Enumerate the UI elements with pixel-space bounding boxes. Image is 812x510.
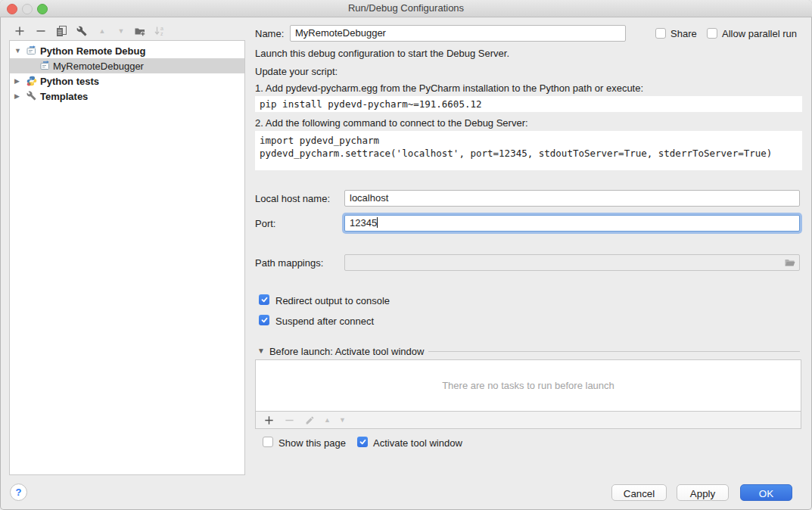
svg-text:z: z: [160, 31, 163, 36]
remove-task-button[interactable]: [283, 414, 295, 426]
help-button[interactable]: ?: [10, 484, 27, 501]
suspend-after-connect-label: Suspend after connect: [275, 316, 374, 327]
activate-tool-window-checkbox[interactable]: [357, 437, 368, 447]
local-host-name-label: Local host name:: [255, 193, 330, 204]
run-debug-configurations-dialog: Run/Debug Configurations ▲ ▼ a z: [0, 0, 812, 510]
minus-icon: [35, 25, 47, 37]
empty-task-list-message: There are no tasks to run before launch: [256, 360, 801, 412]
path-mappings-input[interactable]: [344, 254, 800, 271]
instruction-line-1: Launch this debug configuration to start…: [255, 48, 509, 59]
title-bar: Run/Debug Configurations: [0, 0, 812, 17]
tree-item-label: MyRemoteDebugger: [53, 61, 144, 72]
wrench-icon: [26, 91, 36, 103]
suspend-after-connect-checkbox[interactable]: [259, 315, 269, 325]
allow-parallel-run-label: Allow parallel run: [722, 28, 797, 39]
cancel-button[interactable]: Cancel: [611, 484, 667, 501]
show-this-page-checkbox[interactable]: [263, 437, 273, 447]
collapse-triangle-icon[interactable]: ▼: [257, 347, 265, 355]
instruction-step-2: 2. Add the following command to connect …: [255, 117, 528, 129]
window-title: Run/Debug Configurations: [0, 0, 812, 17]
instruction-step-1: 1. Add pydevd-pycharm.egg from the PyCha…: [255, 82, 643, 94]
python-tests-icon: [26, 76, 37, 89]
path-mappings-label: Path mappings:: [255, 257, 323, 269]
zoom-button[interactable]: [37, 4, 48, 14]
plus-icon: [263, 415, 275, 426]
tree-item-python-tests[interactable]: ▶ Python tests: [10, 73, 244, 89]
expanded-chevron-icon[interactable]: ▼: [14, 47, 21, 54]
question-mark-icon: ?: [16, 487, 22, 498]
text-cursor: [377, 217, 378, 228]
port-input[interactable]: 12345: [344, 215, 800, 232]
pip-install-code-snippet[interactable]: pip install pydevd-pycharm~=191.6605.12: [255, 96, 802, 112]
up-triangle-icon: ▲: [99, 28, 106, 35]
add-task-button[interactable]: [263, 414, 275, 426]
browse-path-mappings-button[interactable]: [784, 257, 796, 269]
tree-item-label: Python Remote Debug: [40, 45, 145, 57]
edit-defaults-button[interactable]: [76, 25, 88, 37]
remove-configuration-button[interactable]: [35, 25, 47, 37]
move-task-down-button[interactable]: ▼: [339, 417, 346, 424]
before-launch-task-list: There are no tasks to run before launch …: [255, 359, 801, 429]
instruction-line-2: Update your script:: [255, 66, 338, 77]
before-launch-section-header[interactable]: ▼ Before launch: Activate tool window: [257, 345, 800, 357]
port-label: Port:: [255, 218, 275, 229]
move-up-button[interactable]: ▲: [96, 25, 108, 37]
tree-item-label: Python tests: [40, 76, 99, 87]
svg-text:a: a: [160, 26, 163, 31]
apply-button[interactable]: Apply: [677, 484, 729, 501]
copy-icon: [55, 25, 67, 37]
ok-button[interactable]: OK: [740, 484, 792, 501]
move-task-up-button[interactable]: ▲: [324, 417, 331, 424]
section-divider-line: [428, 351, 800, 352]
edit-task-button[interactable]: [303, 414, 316, 426]
configurations-tree: ▼ Python Remote Debug MyRemoteDebugger ▶: [9, 40, 245, 475]
copy-configuration-button[interactable]: [55, 25, 67, 37]
local-host-name-input[interactable]: localhost: [344, 190, 800, 207]
minimize-button[interactable]: [22, 4, 33, 14]
before-launch-title: Before launch: Activate tool window: [269, 346, 425, 357]
down-triangle-icon: ▼: [118, 28, 125, 35]
task-list-toolbar: ▲ ▼: [256, 412, 801, 428]
check-icon: [260, 316, 269, 324]
wrench-icon: [76, 26, 87, 36]
activate-tool-window-label: Activate tool window: [373, 437, 462, 449]
show-this-page-label: Show this page: [278, 437, 346, 449]
name-label: Name:: [255, 28, 284, 39]
collapsed-chevron-icon[interactable]: ▶: [14, 92, 20, 100]
check-icon: [260, 296, 269, 303]
sort-configurations-button[interactable]: a z: [154, 25, 166, 37]
move-down-button[interactable]: ▼: [115, 25, 127, 37]
redirect-output-checkbox[interactable]: [259, 294, 269, 305]
code-line: pydevd_pycharm.settrace('localhost', por…: [260, 147, 802, 160]
tree-item-python-remote-debug[interactable]: ▼ Python Remote Debug: [10, 43, 244, 58]
name-input[interactable]: MyRemoteDebugger: [290, 25, 626, 42]
check-icon: [359, 438, 367, 446]
run-config-icon: [26, 45, 36, 58]
minus-icon: [284, 415, 295, 426]
run-config-icon: [40, 61, 50, 73]
redirect-output-label: Redirect output to console: [275, 295, 390, 306]
share-checkbox[interactable]: [655, 28, 666, 39]
share-label: Share: [670, 28, 697, 39]
new-folder-button[interactable]: [134, 25, 146, 37]
tree-item-label: Templates: [40, 91, 88, 102]
code-line: import pydevd_pycharm: [260, 134, 802, 147]
tree-item-templates[interactable]: ▶ Templates: [10, 89, 244, 104]
add-configuration-button[interactable]: [14, 25, 26, 37]
sort-alphabetically-icon: a z: [154, 25, 166, 37]
allow-parallel-run-checkbox[interactable]: [707, 28, 717, 39]
pencil-icon: [305, 415, 315, 425]
tree-item-myremotedebugger[interactable]: MyRemoteDebugger: [10, 58, 244, 73]
plus-icon: [14, 25, 26, 37]
close-button[interactable]: [7, 4, 17, 14]
settrace-code-snippet[interactable]: import pydevd_pycharm pydevd_pycharm.set…: [255, 131, 802, 170]
folder-plus-icon: [134, 25, 146, 37]
open-folder-icon: [784, 257, 796, 269]
collapsed-chevron-icon[interactable]: ▶: [14, 77, 20, 85]
